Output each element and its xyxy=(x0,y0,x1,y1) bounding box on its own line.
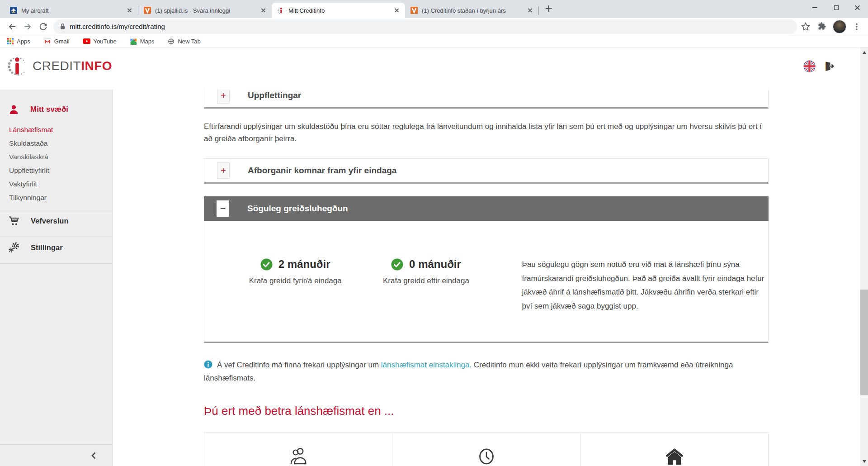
youtube-icon xyxy=(83,38,90,44)
tab-strip: My aircraft (1) spjallid.is - Svara innl… xyxy=(0,0,868,18)
bookmark-apps[interactable]: Apps xyxy=(7,38,30,45)
reload-button[interactable] xyxy=(35,19,51,34)
stat-value: 2 mánuðir xyxy=(278,258,330,271)
tab-spjallid[interactable]: (1) spjallid.is - Svara innleggi xyxy=(138,3,272,18)
tab-close-icon[interactable] xyxy=(259,7,267,14)
chevron-left-icon xyxy=(89,451,99,461)
sidebar-item-vefverslun[interactable]: Vefverslun xyxy=(0,210,113,231)
accordion-title: Uppflettingar xyxy=(248,90,301,100)
close-button[interactable] xyxy=(847,0,868,15)
sidebar-links: Lánshæfismat Skuldastaða Vanskilaskrá Up… xyxy=(0,123,113,204)
info-note: Á vef Creditinfo má finna frekari upplýs… xyxy=(204,359,769,384)
browser-window: My aircraft (1) spjallid.is - Svara innl… xyxy=(0,0,868,466)
uk-flag-language-icon[interactable] xyxy=(803,60,816,72)
sidebar-item-tilkynningar[interactable]: Tilkynningar xyxy=(9,191,113,204)
main-content: + Uppflettingar Eftirfarandi upplýsingar… xyxy=(113,90,860,466)
url-bar[interactable]: mitt.creditinfo.is/my/credit/rating xyxy=(53,19,797,34)
chrome-menu-icon[interactable] xyxy=(853,23,861,31)
person-icon xyxy=(8,104,19,115)
back-icon xyxy=(8,22,17,31)
extensions-puzzle-icon[interactable] xyxy=(817,22,826,31)
sidebar-item-label: Vefverslun xyxy=(31,217,68,225)
logout-icon[interactable] xyxy=(823,60,835,72)
tab-close-icon[interactable] xyxy=(526,7,534,14)
back-button[interactable] xyxy=(5,19,20,34)
sidebar-item-uppflettiyfirlit[interactable]: Uppflettiyfirlit xyxy=(9,164,113,177)
sidebar-item-stillingar[interactable]: Stillingar xyxy=(0,237,113,258)
comparison-box-people[interactable] xyxy=(204,433,392,466)
accordion-title: Söguleg greiðsluhegðun xyxy=(247,204,348,214)
check-circle-icon xyxy=(260,258,273,271)
maps-icon xyxy=(130,38,137,45)
stat-label: Krafa greidd eftir eindaga xyxy=(364,276,487,285)
sidebar-link-label: Vaktyfirlit xyxy=(9,180,37,188)
compare-heading: Þú ert með betra lánshæfismat en ... xyxy=(204,404,769,418)
bookmark-label: Maps xyxy=(140,38,155,45)
bookmark-gmail[interactable]: Gmail xyxy=(44,38,70,45)
expand-plus-icon[interactable]: + xyxy=(217,90,230,104)
accordion-afborganir[interactable]: + Afborganir komnar fram yfir eindaga xyxy=(204,158,769,184)
creditinfo-favicon xyxy=(277,7,284,14)
sidebar-collapse[interactable] xyxy=(0,444,113,466)
creditinfo-logo-icon xyxy=(7,56,28,76)
tab-my-aircraft[interactable]: My aircraft xyxy=(5,3,138,18)
sidebar-link-label: Lánshæfismat xyxy=(9,126,53,134)
toolbar-right xyxy=(801,20,863,33)
accordion-uppflettingar[interactable]: + Uppflettingar xyxy=(204,90,769,109)
sidebar-item-my-area[interactable]: Mitt svæði xyxy=(0,100,113,119)
shopping-cart-icon xyxy=(8,215,20,227)
info-icon xyxy=(204,360,212,369)
scroll-up-arrow[interactable] xyxy=(860,48,868,56)
lanshaefismat-link[interactable]: lánshæfismat einstaklinga. xyxy=(381,361,472,369)
bookmark-label: Apps xyxy=(17,38,30,45)
tab-close-icon[interactable] xyxy=(393,7,401,14)
tab-title: (1) spjallid.is - Svara innleggi xyxy=(155,7,259,14)
forum-v-favicon xyxy=(144,7,151,14)
sidebar-item-lanshaefismat[interactable]: Lánshæfismat xyxy=(9,123,113,137)
comparison-box-region[interactable] xyxy=(580,433,769,466)
comparison-box-age[interactable] xyxy=(392,433,580,466)
creditinfo-wordmark: CREDITINFO xyxy=(33,59,112,73)
sidebar-item-vaktyfirlit[interactable]: Vaktyfirlit xyxy=(9,177,113,191)
sidebar-link-label: Skuldastaða xyxy=(9,139,47,147)
sidebar-link-label: Tilkynningar xyxy=(9,194,47,202)
expand-plus-icon[interactable]: + xyxy=(217,162,230,179)
tab-title: Mitt Creditinfo xyxy=(288,7,393,14)
bookmark-youtube[interactable]: YouTube xyxy=(83,38,117,45)
tab-close-icon[interactable] xyxy=(126,7,133,14)
people-icon xyxy=(288,445,309,466)
sidebar-item-vanskilaskra[interactable]: Vanskilaskrá xyxy=(9,150,113,164)
new-tab-button[interactable] xyxy=(542,2,555,15)
sidebar-item-skuldastada[interactable]: Skuldastaða xyxy=(9,137,113,150)
header-actions xyxy=(803,60,835,72)
reload-icon xyxy=(39,22,47,31)
forward-icon xyxy=(23,22,32,31)
tab-creditinfo-stadan[interactable]: (1) Creditinfo staðan í byrjun árs xyxy=(405,3,538,18)
bookmark-star-icon[interactable] xyxy=(801,22,811,32)
aircraft-favicon xyxy=(10,7,17,14)
lock-icon xyxy=(60,23,66,30)
bookmark-new-tab[interactable]: New Tab xyxy=(168,38,200,45)
tab-mitt-creditinfo[interactable]: Mitt Creditinfo xyxy=(272,3,405,18)
bookmark-label: YouTube xyxy=(94,38,117,45)
check-circle-icon xyxy=(391,258,403,271)
bookmark-maps[interactable]: Maps xyxy=(130,38,155,45)
intro-paragraph: Eftirfarandi upplýsingar um skuldastöðu … xyxy=(204,120,769,145)
minimize-button[interactable] xyxy=(804,0,826,15)
accordion-title: Afborganir komnar fram yfir eindaga xyxy=(248,166,396,176)
creditinfo-logo[interactable]: CREDITINFO xyxy=(7,56,112,76)
collapse-minus-icon[interactable]: − xyxy=(217,200,229,217)
browser-toolbar: mitt.creditinfo.is/my/credit/rating xyxy=(0,18,868,35)
accordion-soguleg-greidsluhegdun[interactable]: − Söguleg greiðsluhegðun xyxy=(204,196,769,221)
forward-button[interactable] xyxy=(20,19,35,34)
close-icon xyxy=(854,5,860,11)
maximize-button[interactable] xyxy=(826,0,847,15)
bookmark-label: Gmail xyxy=(54,38,70,45)
url-text: mitt.creditinfo.is/my/credit/rating xyxy=(70,23,165,30)
scroll-down-arrow[interactable] xyxy=(860,457,868,465)
profile-avatar[interactable] xyxy=(833,20,846,33)
scrollbar-thumb[interactable] xyxy=(860,290,868,395)
page-scrollbar[interactable] xyxy=(860,48,868,466)
tab-title: (1) Creditinfo staðan í byrjun árs xyxy=(422,7,526,14)
stat-paid-after-due: 0 mánuðir Krafa greidd eftir eindaga xyxy=(364,258,487,342)
